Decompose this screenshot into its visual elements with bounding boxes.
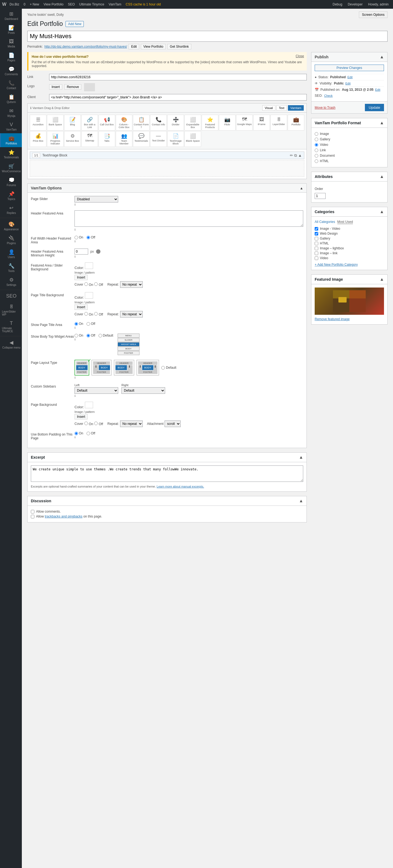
bp-on-label[interactable]: On xyxy=(75,431,83,435)
dde-divider[interactable]: ➗Divider xyxy=(167,115,184,130)
dde-servicebox[interactable]: ⚙Service Box xyxy=(64,131,81,147)
page-bg-attachment-select[interactable]: scroll xyxy=(165,421,181,427)
visibility-edit-link[interactable]: Edit xyxy=(345,82,350,85)
sidebar-item-topics[interactable]: 📌 Topics xyxy=(0,189,22,203)
spt-off-label[interactable]: Off xyxy=(86,322,95,326)
excerpt-header[interactable]: Excerpt ▲ xyxy=(28,453,307,462)
sidebar-item-replies[interactable]: ↩ Replies xyxy=(0,203,22,217)
sidebar-item-forums[interactable]: 💭 Forums xyxy=(0,175,22,189)
ptcov-on-radio[interactable] xyxy=(84,312,88,316)
sbt-default-radio[interactable] xyxy=(99,334,102,337)
adminbar-user[interactable]: Howdy, admin xyxy=(366,0,391,9)
dde-box-link[interactable]: 🔗Box with a Link xyxy=(81,115,98,130)
adminbar-tinymce[interactable]: Ultimate Tinymce xyxy=(77,0,107,9)
update-button[interactable]: Update xyxy=(365,104,384,111)
bp-on-radio[interactable] xyxy=(75,432,78,435)
dde-iframe[interactable]: 🖼iFrame xyxy=(253,115,270,130)
page-bg-repeat-select[interactable]: No repeat xyxy=(120,421,143,427)
sidebar-item-vamtam[interactable]: V VamTam xyxy=(0,120,22,133)
sidebar-item-quform[interactable]: 📋 Quform xyxy=(0,92,22,106)
view-portfolio-btn[interactable]: View Portfolio xyxy=(141,44,166,49)
dde-accordion[interactable]: ☰Accordion xyxy=(30,115,47,130)
sidebar-collapse[interactable]: ◀ Collapse menu xyxy=(0,337,22,351)
dde-blog[interactable]: 📝Blog xyxy=(64,115,81,130)
layout-option-right-sidebar[interactable]: HEADER BODY ▌ FOOTER xyxy=(114,360,134,376)
adminbar-developer[interactable]: Developer xyxy=(345,0,365,9)
bp-off-radio[interactable] xyxy=(86,432,90,435)
page-bg-insert-btn[interactable]: Insert xyxy=(75,414,88,420)
layout-option-full[interactable]: HEADER BODY FOOTER xyxy=(75,360,89,376)
screen-options-button[interactable]: Screen Options xyxy=(359,11,388,18)
format-document-radio[interactable] xyxy=(315,154,318,157)
seo-check-link[interactable]: Check xyxy=(324,94,333,97)
format-video-radio[interactable] xyxy=(315,143,318,147)
layout-default-radio-wrap[interactable]: Default xyxy=(161,366,176,370)
sidebar-item-users[interactable]: 👤 Users xyxy=(0,247,22,261)
dde-row-duplicate[interactable]: ⧉ xyxy=(294,153,297,158)
adminbar-debug[interactable]: Debug xyxy=(331,0,344,9)
cat-tab-all[interactable]: All Categories xyxy=(315,220,335,224)
featured-slider-color-box[interactable] xyxy=(85,262,93,269)
order-input[interactable] xyxy=(315,193,326,199)
sidebar-item-woocommerce[interactable]: 🛒 WooCommerce xyxy=(0,161,22,175)
trackbacks-link[interactable]: trackbacks and pingbacks xyxy=(45,515,82,518)
page-slider-select[interactable]: Disabled xyxy=(75,196,118,203)
fscov-on-label[interactable]: On xyxy=(84,282,93,287)
sidebar-item-seo[interactable]: SEO xyxy=(0,291,22,302)
remove-featured-image-link[interactable]: Remove featured image xyxy=(315,317,349,321)
excerpt-textarea[interactable]: We create unique simple to use themes .W… xyxy=(31,465,303,482)
page-title-insert-btn[interactable]: Insert xyxy=(75,304,88,310)
cat-image-lightbox-checkbox[interactable] xyxy=(315,247,318,250)
sidebar-item-pages[interactable]: 📄 Pages xyxy=(0,50,22,64)
fwh-off-label[interactable]: Off xyxy=(86,236,95,239)
format-link-radio[interactable] xyxy=(315,149,318,152)
adminbar-new[interactable]: + New xyxy=(28,0,41,9)
dde-sitemap[interactable]: 🗺Sitemap xyxy=(81,131,98,147)
fscov-off-label[interactable]: Off xyxy=(94,282,103,287)
preview-button[interactable]: Preview Changes xyxy=(315,65,384,71)
bp-off-label[interactable]: Off xyxy=(86,431,95,435)
dde-contactinfo[interactable]: 📞Contact Info xyxy=(150,115,167,130)
spt-on-radio[interactable] xyxy=(75,322,78,326)
adminbar-vamtam[interactable]: VamTam xyxy=(107,0,123,9)
page-title-color-box[interactable] xyxy=(85,292,93,299)
dde-featured-products[interactable]: ⭐Featured Products xyxy=(202,115,218,130)
logo-remove-btn[interactable]: Remove xyxy=(64,84,82,90)
dde-layerslider[interactable]: 🎚LayerSlider xyxy=(271,115,287,130)
format-html-radio[interactable] xyxy=(315,159,318,163)
add-category-link[interactable]: + Add New Portfolio Category xyxy=(315,263,384,267)
cat-image-video-checkbox[interactable] xyxy=(315,227,318,230)
dde-row-edit[interactable]: ✏ xyxy=(290,153,293,158)
layout-option-left-sidebar[interactable]: HEADER ▐ BODY FOOTER xyxy=(91,360,112,376)
sidebar-item-dashboard[interactable]: ⊞ Dashboard xyxy=(0,9,22,23)
add-new-button[interactable]: Add New xyxy=(65,21,84,27)
cat-gallery-checkbox[interactable] xyxy=(315,237,318,240)
pbcov-on-radio[interactable] xyxy=(84,422,88,425)
dde-portfolio[interactable]: 💼Portfolio xyxy=(288,115,304,130)
sidebar-item-comments[interactable]: 💬 Comments xyxy=(0,64,22,78)
logo-insert-btn[interactable]: Insert xyxy=(49,84,62,90)
sbt-default-label[interactable]: Default xyxy=(99,334,113,337)
post-title-input[interactable] xyxy=(27,31,388,42)
header-featured-textarea[interactable] xyxy=(75,210,303,227)
sidebar-item-posts[interactable]: 📝 Posts xyxy=(0,23,22,36)
sidebar-item-contact[interactable]: 📞 Contact xyxy=(0,78,22,92)
sidebar-item-appearance[interactable]: 🎨 Appearance xyxy=(0,219,22,233)
allow-trackbacks-checkbox[interactable] xyxy=(31,515,34,518)
fwh-on-label[interactable]: On xyxy=(75,236,83,239)
layout-option-both-sidebars[interactable]: HEADER ▐ BODY ▌ FOOTER xyxy=(137,360,159,376)
trash-link[interactable]: Move to Trash xyxy=(315,106,335,110)
adminbar-seo[interactable]: SEO xyxy=(66,0,77,9)
sbt-off-radio[interactable] xyxy=(86,334,90,337)
sidebar-item-ultimatetinymce[interactable]: T Ultimate TinyMCE xyxy=(0,318,22,335)
cat-web-design-checkbox[interactable] xyxy=(315,232,318,236)
dde-testimonials[interactable]: 💬Testimonials xyxy=(133,131,149,147)
dde-googlemaps[interactable]: 🗺Google Maps xyxy=(236,115,253,130)
sbt-on-radio[interactable] xyxy=(75,334,78,337)
dde-row-toggle[interactable]: ▲ xyxy=(298,153,302,158)
link-input[interactable] xyxy=(49,74,307,81)
allow-comments-checkbox[interactable] xyxy=(31,510,34,514)
fscov-on-radio[interactable] xyxy=(84,282,88,286)
cat-html-checkbox[interactable] xyxy=(315,242,318,245)
format-header[interactable]: VamTam Portfolio Format ▲ xyxy=(311,118,387,128)
